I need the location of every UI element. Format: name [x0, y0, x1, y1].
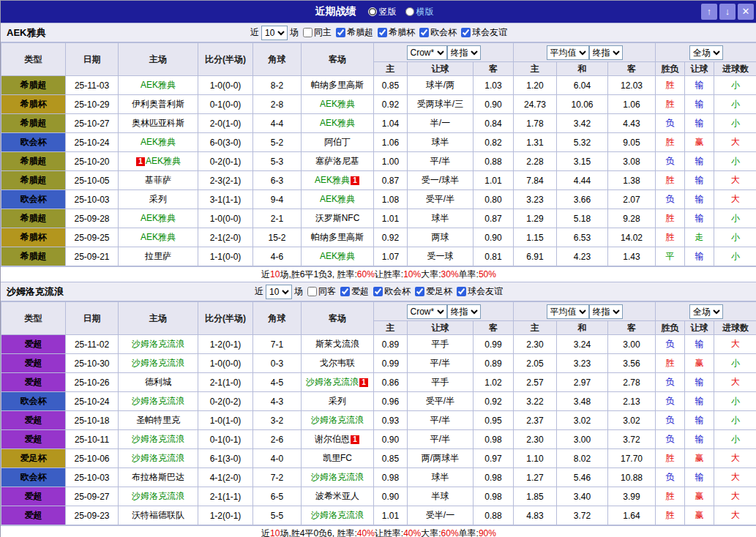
result-goals-cell: 小: [714, 228, 756, 247]
league-checkbox[interactable]: [461, 28, 471, 37]
league-filter[interactable]: 爱足杯: [415, 285, 452, 298]
eu-home-cell: 2.30: [514, 430, 557, 449]
team-name[interactable]: 伊利奥普利斯: [132, 99, 184, 109]
league-filter[interactable]: 希腊杯: [378, 26, 415, 39]
team-name[interactable]: 德利城: [145, 377, 171, 387]
team-name[interactable]: AEK雅典: [315, 175, 350, 185]
team-cell: AEK雅典1: [302, 171, 374, 190]
team-cell: 采列: [302, 392, 374, 411]
team-name[interactable]: AEK雅典: [141, 137, 176, 147]
league-filter[interactable]: 欧会杯: [373, 285, 411, 298]
league-filter[interactable]: 球会友谊: [457, 285, 503, 298]
bookmaker-select[interactable]: Crow*: [407, 45, 447, 60]
league-checkbox[interactable]: [373, 287, 383, 296]
eu-source-select[interactable]: 平均值: [547, 304, 589, 319]
team-name[interactable]: 凯里FC: [323, 453, 352, 463]
date-cell: 25-09-21: [66, 247, 119, 266]
team-name[interactable]: 斯莱戈流浪: [315, 339, 359, 349]
team-name[interactable]: 帕纳多里高斯: [311, 80, 364, 90]
eu-home-cell: 24.73: [514, 95, 557, 114]
team-name[interactable]: 沙姆洛克流浪: [311, 510, 364, 520]
team-name[interactable]: 基菲萨: [145, 175, 171, 185]
team-name[interactable]: 沙姆洛克流浪: [132, 491, 184, 501]
team-name[interactable]: AEK雅典: [320, 251, 355, 261]
league-checkbox[interactable]: [336, 28, 345, 37]
league-checkbox[interactable]: [457, 287, 466, 296]
team-cell: 帕纳多里高斯: [302, 76, 374, 95]
team-name[interactable]: AEK雅典: [141, 80, 176, 90]
result-wdl-cell: 负: [656, 373, 685, 392]
team-name[interactable]: 沙姆洛克流浪: [311, 415, 364, 425]
eu-source-select[interactable]: 平均值: [547, 45, 589, 60]
team-name[interactable]: 沙姆洛克流浪: [311, 472, 364, 482]
team-name[interactable]: 沃罗斯NFC: [315, 213, 360, 223]
layout-horizontal-option[interactable]: 横版: [405, 6, 434, 18]
team-name[interactable]: 沙姆洛克流浪: [132, 339, 184, 349]
fulltime-select[interactable]: 全场: [689, 45, 723, 60]
team-name[interactable]: 阿伯丁: [324, 137, 351, 147]
league-checkbox[interactable]: [415, 287, 424, 296]
eu-stage-select[interactable]: 终指: [589, 304, 623, 319]
team-name[interactable]: 沃特福德联队: [132, 510, 184, 520]
ah-stage-select[interactable]: 终指: [447, 45, 481, 60]
bookmaker-select[interactable]: Crow*: [407, 304, 447, 319]
team-name[interactable]: 奥林匹亚科斯: [132, 118, 184, 128]
horizontal-radio[interactable]: [405, 7, 414, 16]
league-filter[interactable]: 希腊超: [336, 26, 373, 39]
team-name[interactable]: 采列: [329, 396, 346, 406]
ah-away-odds-cell: 0.80: [474, 190, 514, 209]
layout-vertical-option[interactable]: 竖版: [368, 6, 397, 18]
team-name[interactable]: 沙姆洛克流浪: [132, 358, 184, 368]
corner-cell: 2-6: [253, 430, 302, 449]
team-name[interactable]: 沙姆洛克流浪: [132, 434, 184, 444]
team-name[interactable]: 布拉格斯巴达: [132, 472, 184, 482]
match-count-select[interactable]: 10: [266, 285, 292, 299]
team-name[interactable]: 拉里萨: [145, 251, 171, 261]
team-name[interactable]: AEK雅典: [320, 118, 355, 128]
team-name[interactable]: 帕纳多里高斯: [311, 232, 364, 242]
league-checkbox[interactable]: [340, 287, 350, 296]
same-venue-checkbox[interactable]: [307, 287, 317, 296]
team-name[interactable]: 波希米亚人: [315, 491, 359, 501]
team-name[interactable]: 沙姆洛克流浪: [132, 453, 184, 463]
close-button[interactable]: ✕: [738, 4, 754, 20]
col-ah-home: 主: [374, 62, 408, 76]
team-name[interactable]: 戈尔韦联: [320, 358, 355, 368]
move-up-button[interactable]: ↑: [701, 4, 717, 20]
team-name[interactable]: 谢尔伯恩: [315, 434, 350, 444]
team-name[interactable]: 采列: [149, 194, 167, 204]
team-name[interactable]: AEK雅典: [320, 99, 355, 109]
ah-away-odds-cell: 1.02: [474, 373, 514, 392]
move-down-button[interactable]: ↓: [719, 4, 736, 20]
fulltime-select[interactable]: 全场: [689, 304, 723, 319]
team-name[interactable]: AEK雅典: [320, 194, 355, 204]
result-wdl-cell: 胜: [656, 506, 685, 525]
window-titlebar: 近期战绩 竖版 横版 ↑ ↓ ✕: [1, 1, 756, 23]
league-checkbox[interactable]: [378, 28, 387, 37]
team-name[interactable]: AEK雅典: [146, 156, 181, 166]
vertical-radio[interactable]: [368, 7, 377, 16]
section-team-title: 沙姆洛克流浪: [7, 285, 64, 298]
team-cell: AEK雅典: [302, 247, 374, 266]
ah-away-odds-cell: 0.90: [474, 95, 514, 114]
team-name[interactable]: 沙姆洛克流浪: [132, 396, 184, 406]
team-name[interactable]: 沙姆洛克流浪: [306, 377, 359, 387]
eu-stage-select[interactable]: 终指: [589, 45, 623, 60]
ah-stage-select[interactable]: 终指: [447, 304, 481, 319]
league-checkbox[interactable]: [419, 28, 429, 37]
league-filter[interactable]: 欧会杯: [419, 26, 457, 39]
same-venue-checkbox[interactable]: [303, 28, 312, 37]
team-name[interactable]: 圣帕特里克: [136, 415, 180, 425]
team-name[interactable]: AEK雅典: [141, 213, 176, 223]
team-name[interactable]: AEK雅典: [141, 232, 176, 242]
league-filter[interactable]: 爱超: [340, 285, 369, 298]
window-buttons: ↑ ↓ ✕: [699, 4, 754, 20]
league-filter[interactable]: 球会友谊: [461, 26, 507, 39]
match-row: 希腊超25-11-03AEK雅典1-0(0-0)8-2帕纳多里高斯0.85球半/…: [1, 76, 756, 95]
match-count-select[interactable]: 10: [261, 26, 288, 40]
team-name[interactable]: 塞萨洛尼基: [315, 156, 359, 166]
result-goals-cell: 小: [714, 76, 756, 95]
same-venue-filter[interactable]: 同主: [303, 26, 332, 39]
same-venue-filter[interactable]: 同客: [307, 285, 336, 298]
league-type-cell: 爱超: [1, 487, 66, 506]
